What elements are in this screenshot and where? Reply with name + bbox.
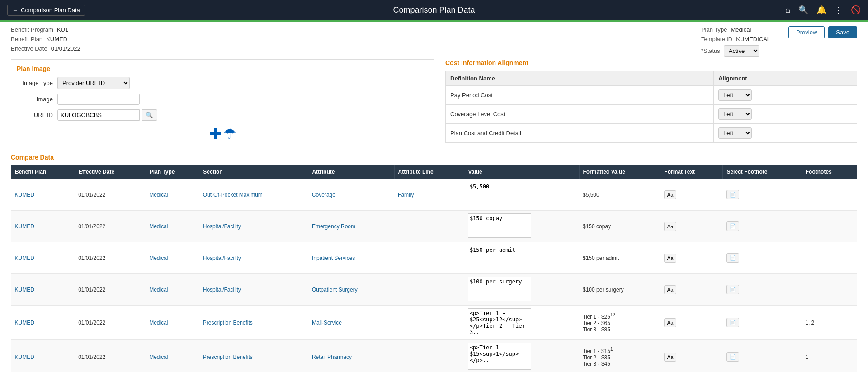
col-effective-date: Effective Date <box>75 165 146 179</box>
url-id-row: URL ID 🔍 <box>17 109 429 121</box>
align-select-1[interactable]: LeftCenterRight <box>718 89 752 101</box>
home-icon[interactable]: ⌂ <box>785 5 790 15</box>
cost-info-title: Cost Information Alignment <box>445 59 857 66</box>
status-select[interactable]: Active Inactive <box>724 45 760 57</box>
align-select-3[interactable]: LeftCenterRight <box>718 127 752 139</box>
action-buttons: Preview Save <box>788 26 857 38</box>
select-footnote-button-3[interactable]: 📄 <box>726 253 739 263</box>
select-footnote-button-2[interactable]: 📄 <box>726 221 739 231</box>
table-row: KUMED 01/01/2022 Medical Prescription Be… <box>11 340 857 372</box>
top-info-left: Benefit Program KU1 Benefit Plan KUMED E… <box>11 26 80 57</box>
benefit-plan-value: KUMED <box>46 36 67 42</box>
logo-area: ✚ ☂ <box>17 125 429 142</box>
format-text-button-4[interactable]: Aa <box>664 285 676 294</box>
select-footnote-button-4[interactable]: 📄 <box>726 285 739 294</box>
cell-footnotes <box>802 242 857 274</box>
cost-def-3: Plan Cost and Credit Detail <box>446 124 714 143</box>
compare-table: Benefit Plan Effective Date Plan Type Se… <box>11 165 857 372</box>
cell-select-footnote: 📄 <box>723 179 802 211</box>
cell-formatted-value: Tier 1 - $151 Tier 2 - $35 Tier 3 - $45 <box>579 340 660 372</box>
format-text-button-3[interactable]: Aa <box>664 254 676 263</box>
col-footnotes: Footnotes <box>802 165 857 179</box>
benefit-plan-label: Benefit Plan <box>11 36 42 42</box>
cell-attribute: Retail Pharmacy <box>308 340 394 372</box>
cell-plan-type: Medical <box>146 179 199 211</box>
image-type-label: Image Type <box>17 80 53 86</box>
cell-select-footnote: 📄 <box>723 242 802 274</box>
bell-icon[interactable]: 🔔 <box>816 5 826 15</box>
value-textarea-4[interactable]: $100 per surgery <box>468 277 531 301</box>
format-text-button-2[interactable]: Aa <box>664 222 676 231</box>
select-footnote-button-1[interactable]: 📄 <box>726 190 739 199</box>
cell-format-text: Aa <box>660 211 723 242</box>
cell-effective-date: 01/01/2022 <box>75 179 146 211</box>
header: ← Comparison Plan Data Comparison Plan D… <box>0 0 868 20</box>
col-value: Value <box>464 165 579 179</box>
url-id-label: URL ID <box>17 112 53 118</box>
header-icons: ⌂ 🔍 🔔 ⋮ 🚫 <box>785 5 861 15</box>
cell-footnotes <box>802 211 857 242</box>
back-button[interactable]: ← Comparison Plan Data <box>7 5 85 16</box>
cell-attribute-line <box>394 242 464 274</box>
block-icon[interactable]: 🚫 <box>851 5 861 15</box>
effective-date-row: Effective Date 01/01/2022 <box>11 45 80 52</box>
format-text-button-5[interactable]: Aa <box>664 318 676 327</box>
save-button[interactable]: Save <box>828 26 857 38</box>
search-icon[interactable]: 🔍 <box>798 5 808 15</box>
cell-attribute: Coverage <box>308 179 394 211</box>
image-type-select[interactable]: Provider URL ID URL File <box>57 77 130 89</box>
table-row: KUMED 01/01/2022 Medical Prescription Be… <box>11 306 857 340</box>
cell-effective-date: 01/01/2022 <box>75 306 146 340</box>
cell-formatted-value: $150 per admit <box>579 242 660 274</box>
benefit-plan-row: Benefit Plan KUMED <box>11 36 80 42</box>
cell-attribute-line <box>394 306 464 340</box>
url-id-input[interactable] <box>57 109 140 121</box>
cell-attribute: Emergency Room <box>308 211 394 242</box>
cell-attribute-line <box>394 340 464 372</box>
cell-benefit-plan: KUMED <box>11 211 75 242</box>
status-row: *Status Active Inactive <box>701 45 770 57</box>
cell-footnotes: 1 <box>802 340 857 372</box>
cell-value: <p>Tier 1 - $15<sup>1</sup> </p>... <box>464 340 579 372</box>
select-footnote-button-5[interactable]: 📄 <box>726 318 739 327</box>
format-text-button-1[interactable]: Aa <box>664 190 676 199</box>
cell-benefit-plan: KUMED <box>11 340 75 372</box>
cell-select-footnote: 📄 <box>723 306 802 340</box>
table-row: KUMED 01/01/2022 Medical Hospital/Facili… <box>11 274 857 306</box>
image-input[interactable] <box>57 94 140 105</box>
template-id-row: Template ID KUMEDICAL <box>701 36 770 42</box>
col-plan-type: Plan Type <box>146 165 199 179</box>
value-textarea-2[interactable]: $150 copay <box>468 213 531 238</box>
value-textarea-6[interactable]: <p>Tier 1 - $15<sup>1</sup> </p>... <box>468 343 531 370</box>
page-title: Comparison Plan Data <box>393 5 475 15</box>
cell-format-text: Aa <box>660 306 723 340</box>
cost-row-1: Pay Period Cost LeftCenterRight <box>446 86 857 105</box>
cost-col-definition: Definition Name <box>446 71 714 86</box>
right-info-wrapper: Plan Type Medical Template ID KUMEDICAL … <box>701 26 857 57</box>
value-textarea-1[interactable]: $5,500 <box>468 182 531 206</box>
more-icon[interactable]: ⋮ <box>835 5 843 15</box>
cell-format-text: Aa <box>660 242 723 274</box>
col-select-footnote: Select Footnote <box>723 165 802 179</box>
align-select-2[interactable]: LeftCenterRight <box>718 108 752 120</box>
url-id-search-button[interactable]: 🔍 <box>142 109 157 121</box>
cost-align-2: LeftCenterRight <box>714 105 857 124</box>
benefit-program-value: KU1 <box>57 26 68 33</box>
plan-type-row: Plan Type Medical <box>701 26 770 33</box>
cell-formatted-value: $150 copay <box>579 211 660 242</box>
cell-attribute-line <box>394 274 464 306</box>
format-text-button-6[interactable]: Aa <box>664 353 676 362</box>
cost-row-3: Plan Cost and Credit Detail LeftCenterRi… <box>446 124 857 143</box>
preview-button[interactable]: Preview <box>788 26 825 38</box>
value-textarea-3[interactable]: $150 per admit <box>468 245 531 269</box>
cell-plan-type: Medical <box>146 242 199 274</box>
cell-value: <p>Tier 1 - $25<sup>12</sup> </p>Tier 2 … <box>464 306 579 340</box>
cell-attribute: Inpatient Services <box>308 242 394 274</box>
cell-attribute: Mail-Service <box>308 306 394 340</box>
back-label: Comparison Plan Data <box>21 7 80 14</box>
select-footnote-button-6[interactable]: 📄 <box>726 352 739 362</box>
cost-info-table: Definition Name Alignment Pay Period Cos… <box>445 71 857 143</box>
value-textarea-5[interactable]: <p>Tier 1 - $25<sup>12</sup> </p>Tier 2 … <box>468 308 531 335</box>
cell-value: $5,500 <box>464 179 579 211</box>
plan-type-value: Medical <box>731 26 751 33</box>
